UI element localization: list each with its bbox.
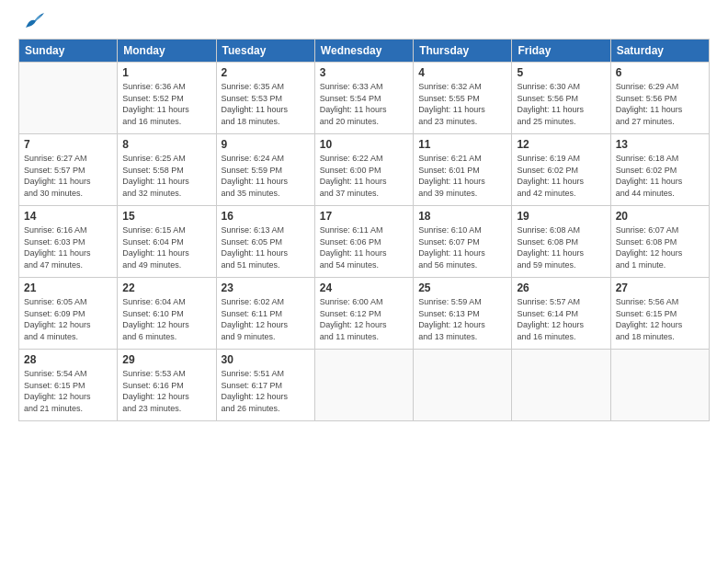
- page: SundayMondayTuesdayWednesdayThursdayFrid…: [0, 0, 728, 563]
- weekday-header-monday: Monday: [118, 40, 216, 63]
- day-number: 19: [517, 210, 605, 223]
- calendar-cell: 23Sunrise: 6:02 AM Sunset: 6:11 PM Dayli…: [216, 278, 314, 350]
- calendar-cell: 4Sunrise: 6:32 AM Sunset: 5:55 PM Daylig…: [414, 63, 512, 134]
- weekday-header-wednesday: Wednesday: [314, 40, 413, 63]
- calendar-cell: 19Sunrise: 6:08 AM Sunset: 6:08 PM Dayli…: [512, 206, 610, 278]
- day-info: Sunrise: 6:29 AM Sunset: 5:56 PM Dayligh…: [616, 81, 704, 127]
- day-info: Sunrise: 6:07 AM Sunset: 6:08 PM Dayligh…: [616, 224, 704, 270]
- weekday-header-friday: Friday: [512, 40, 610, 63]
- calendar-cell: 5Sunrise: 6:30 AM Sunset: 5:56 PM Daylig…: [512, 63, 610, 134]
- calendar-cell: [19, 63, 118, 134]
- calendar-cell: [414, 350, 512, 421]
- calendar-cell: 11Sunrise: 6:21 AM Sunset: 6:01 PM Dayli…: [414, 134, 512, 206]
- weekday-header-saturday: Saturday: [610, 40, 709, 63]
- calendar-cell: 18Sunrise: 6:10 AM Sunset: 6:07 PM Dayli…: [414, 206, 512, 278]
- weekday-header-thursday: Thursday: [414, 40, 512, 63]
- day-number: 6: [616, 66, 704, 79]
- calendar-cell: 9Sunrise: 6:24 AM Sunset: 5:59 PM Daylig…: [216, 134, 314, 206]
- day-info: Sunrise: 6:22 AM Sunset: 6:00 PM Dayligh…: [320, 153, 408, 199]
- day-info: Sunrise: 6:16 AM Sunset: 6:03 PM Dayligh…: [24, 224, 112, 270]
- week-row-0: 1Sunrise: 6:36 AM Sunset: 5:52 PM Daylig…: [19, 63, 710, 134]
- week-row-1: 7Sunrise: 6:27 AM Sunset: 5:57 PM Daylig…: [19, 134, 710, 206]
- day-info: Sunrise: 6:25 AM Sunset: 5:58 PM Dayligh…: [122, 153, 210, 199]
- calendar: SundayMondayTuesdayWednesdayThursdayFrid…: [18, 39, 710, 421]
- day-info: Sunrise: 6:19 AM Sunset: 6:02 PM Dayligh…: [517, 153, 605, 199]
- day-number: 18: [418, 210, 506, 223]
- day-number: 29: [122, 353, 210, 366]
- calendar-cell: 30Sunrise: 5:51 AM Sunset: 6:17 PM Dayli…: [216, 350, 314, 421]
- day-number: 20: [616, 210, 704, 223]
- day-number: 28: [24, 353, 112, 366]
- calendar-cell: 1Sunrise: 6:36 AM Sunset: 5:52 PM Daylig…: [118, 63, 216, 134]
- calendar-cell: 20Sunrise: 6:07 AM Sunset: 6:08 PM Dayli…: [610, 206, 709, 278]
- day-info: Sunrise: 5:57 AM Sunset: 6:14 PM Dayligh…: [517, 296, 605, 342]
- calendar-cell: 26Sunrise: 5:57 AM Sunset: 6:14 PM Dayli…: [512, 278, 610, 350]
- logo-bird-icon: [22, 11, 46, 31]
- day-number: 15: [122, 210, 210, 223]
- day-info: Sunrise: 6:36 AM Sunset: 5:52 PM Dayligh…: [122, 81, 210, 127]
- day-info: Sunrise: 6:00 AM Sunset: 6:12 PM Dayligh…: [320, 296, 408, 342]
- day-info: Sunrise: 6:27 AM Sunset: 5:57 PM Dayligh…: [24, 153, 112, 199]
- day-number: 25: [418, 282, 506, 294]
- calendar-cell: 25Sunrise: 5:59 AM Sunset: 6:13 PM Dayli…: [414, 278, 512, 350]
- calendar-cell: 7Sunrise: 6:27 AM Sunset: 5:57 PM Daylig…: [19, 134, 118, 206]
- calendar-cell: 14Sunrise: 6:16 AM Sunset: 6:03 PM Dayli…: [19, 206, 118, 278]
- day-info: Sunrise: 5:59 AM Sunset: 6:13 PM Dayligh…: [418, 296, 506, 342]
- day-number: 11: [418, 138, 506, 151]
- day-number: 30: [222, 353, 310, 366]
- week-row-3: 21Sunrise: 6:05 AM Sunset: 6:09 PM Dayli…: [19, 278, 710, 350]
- calendar-cell: 15Sunrise: 6:15 AM Sunset: 6:04 PM Dayli…: [118, 206, 216, 278]
- calendar-cell: [512, 350, 610, 421]
- day-number: 10: [320, 138, 408, 151]
- day-info: Sunrise: 6:32 AM Sunset: 5:55 PM Dayligh…: [418, 81, 506, 127]
- day-info: Sunrise: 6:24 AM Sunset: 5:59 PM Dayligh…: [222, 153, 310, 199]
- day-number: 23: [222, 282, 310, 294]
- calendar-cell: [610, 350, 709, 421]
- day-info: Sunrise: 6:30 AM Sunset: 5:56 PM Dayligh…: [517, 81, 605, 127]
- calendar-cell: 2Sunrise: 6:35 AM Sunset: 5:53 PM Daylig…: [216, 63, 314, 134]
- calendar-cell: 6Sunrise: 6:29 AM Sunset: 5:56 PM Daylig…: [610, 63, 709, 134]
- day-number: 22: [122, 282, 210, 294]
- day-info: Sunrise: 6:10 AM Sunset: 6:07 PM Dayligh…: [418, 224, 506, 270]
- calendar-cell: 21Sunrise: 6:05 AM Sunset: 6:09 PM Dayli…: [19, 278, 118, 350]
- day-info: Sunrise: 6:02 AM Sunset: 6:11 PM Dayligh…: [222, 296, 310, 342]
- day-number: 13: [616, 138, 704, 151]
- day-info: Sunrise: 6:11 AM Sunset: 6:06 PM Dayligh…: [320, 224, 408, 270]
- day-number: 17: [320, 210, 408, 223]
- day-number: 12: [517, 138, 605, 151]
- day-number: 24: [320, 282, 408, 294]
- day-number: 1: [122, 66, 210, 79]
- day-info: Sunrise: 5:51 AM Sunset: 6:17 PM Dayligh…: [222, 368, 310, 414]
- weekday-header-tuesday: Tuesday: [216, 40, 314, 63]
- calendar-cell: 12Sunrise: 6:19 AM Sunset: 6:02 PM Dayli…: [512, 134, 610, 206]
- day-number: 5: [517, 66, 605, 79]
- day-info: Sunrise: 6:18 AM Sunset: 6:02 PM Dayligh…: [616, 153, 704, 199]
- day-info: Sunrise: 6:04 AM Sunset: 6:10 PM Dayligh…: [122, 296, 210, 342]
- calendar-cell: [314, 350, 413, 421]
- calendar-cell: 17Sunrise: 6:11 AM Sunset: 6:06 PM Dayli…: [314, 206, 413, 278]
- weekday-header-sunday: Sunday: [19, 40, 118, 63]
- day-info: Sunrise: 6:13 AM Sunset: 6:05 PM Dayligh…: [222, 224, 310, 270]
- calendar-cell: 24Sunrise: 6:00 AM Sunset: 6:12 PM Dayli…: [314, 278, 413, 350]
- day-info: Sunrise: 6:05 AM Sunset: 6:09 PM Dayligh…: [24, 296, 112, 342]
- calendar-cell: 16Sunrise: 6:13 AM Sunset: 6:05 PM Dayli…: [216, 206, 314, 278]
- week-row-4: 28Sunrise: 5:54 AM Sunset: 6:15 PM Dayli…: [19, 350, 710, 421]
- calendar-cell: 29Sunrise: 5:53 AM Sunset: 6:16 PM Dayli…: [118, 350, 216, 421]
- weekday-header-row: SundayMondayTuesdayWednesdayThursdayFrid…: [19, 40, 710, 63]
- day-info: Sunrise: 6:33 AM Sunset: 5:54 PM Dayligh…: [320, 81, 408, 127]
- calendar-cell: 13Sunrise: 6:18 AM Sunset: 6:02 PM Dayli…: [610, 134, 709, 206]
- day-info: Sunrise: 5:56 AM Sunset: 6:15 PM Dayligh…: [616, 296, 704, 342]
- day-info: Sunrise: 6:21 AM Sunset: 6:01 PM Dayligh…: [418, 153, 506, 199]
- calendar-cell: 10Sunrise: 6:22 AM Sunset: 6:00 PM Dayli…: [314, 134, 413, 206]
- day-info: Sunrise: 6:08 AM Sunset: 6:08 PM Dayligh…: [517, 224, 605, 270]
- week-row-2: 14Sunrise: 6:16 AM Sunset: 6:03 PM Dayli…: [19, 206, 710, 278]
- day-number: 8: [122, 138, 210, 151]
- logo: [18, 15, 46, 31]
- calendar-cell: 27Sunrise: 5:56 AM Sunset: 6:15 PM Dayli…: [610, 278, 709, 350]
- day-info: Sunrise: 6:35 AM Sunset: 5:53 PM Dayligh…: [222, 81, 310, 127]
- calendar-cell: 3Sunrise: 6:33 AM Sunset: 5:54 PM Daylig…: [314, 63, 413, 134]
- calendar-cell: 22Sunrise: 6:04 AM Sunset: 6:10 PM Dayli…: [118, 278, 216, 350]
- day-number: 26: [517, 282, 605, 294]
- day-number: 4: [418, 66, 506, 79]
- calendar-cell: 28Sunrise: 5:54 AM Sunset: 6:15 PM Dayli…: [19, 350, 118, 421]
